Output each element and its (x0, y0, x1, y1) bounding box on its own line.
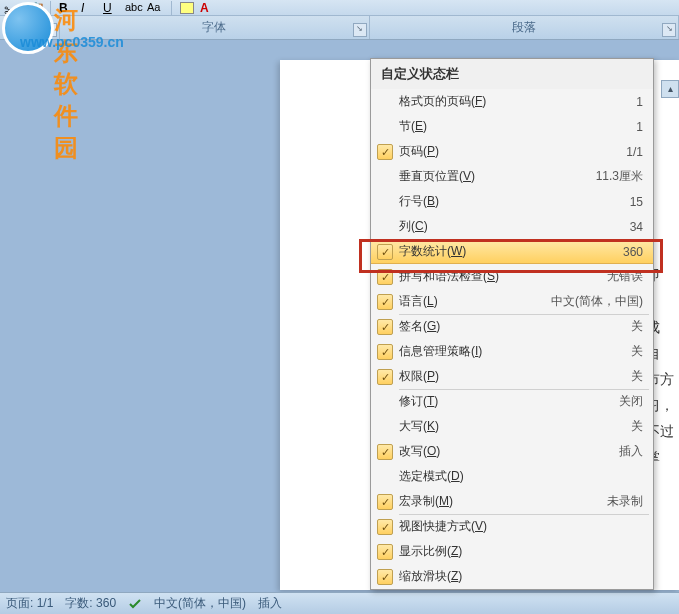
group-label-paragraph: 段落 (512, 20, 536, 34)
case-icon[interactable]: Aa (147, 1, 163, 15)
menu-item[interactable]: ✓缩放滑块(Z) (371, 564, 653, 589)
underline-icon[interactable]: U (103, 1, 119, 15)
menu-item[interactable]: 行号(B)15 (371, 189, 653, 214)
bold-icon[interactable]: B (59, 1, 75, 15)
ribbon-toolbar: ✂ 📋 B I U abc Aa A (0, 0, 679, 16)
menu-item[interactable]: 大写(K)关 (371, 414, 653, 439)
separator (171, 1, 172, 15)
separator (50, 1, 51, 15)
menu-item[interactable]: ✓签名(G)关 (371, 314, 653, 339)
dialog-launcher-icon[interactable]: ↘ (353, 23, 367, 37)
menu-item-label: 宏录制(M) (399, 493, 607, 510)
menu-item[interactable]: ✓语言(L)中文(简体，中国) (371, 289, 653, 314)
checkmark-icon: ✓ (371, 244, 399, 260)
status-bar: 页面: 1/1 字数: 360 中文(简体，中国) 插入 (0, 592, 679, 614)
menu-item[interactable]: ✓改写(O)插入 (371, 439, 653, 464)
ribbon-group-font: 字体 ↘ (60, 16, 370, 39)
checkmark-icon: ✓ (371, 444, 399, 460)
checkmark-icon: ✓ (371, 494, 399, 510)
menu-item[interactable]: 修订(T)关闭 (371, 389, 653, 414)
menu-item-label: 改写(O) (399, 443, 619, 460)
menu-item[interactable]: 垂直页位置(V)11.3厘米 (371, 164, 653, 189)
menu-item-value: 1 (636, 95, 653, 109)
menu-item-label: 权限(P) (399, 368, 631, 385)
checkmark-icon: ✓ (371, 569, 399, 585)
status-insert-label: 插入 (258, 595, 282, 612)
font-color-icon[interactable]: A (200, 1, 216, 15)
checkmark-icon: ✓ (371, 519, 399, 535)
status-page-label: 页面: 1/1 (6, 595, 53, 612)
menu-item-label: 信息管理策略(I) (399, 343, 631, 360)
checkmark-icon: ✓ (371, 269, 399, 285)
menu-item[interactable]: 选定模式(D) (371, 464, 653, 489)
menu-item-label: 格式页的页码(F) (399, 93, 636, 110)
menu-item[interactable]: ✓拼写和语法检查(S)无错误 (371, 264, 653, 289)
menu-item[interactable]: ✓权限(P)关 (371, 364, 653, 389)
menu-item-label: 视图快捷方式(V) (399, 518, 643, 535)
ribbon-group-paragraph: 段落 ↘ (370, 16, 680, 39)
menu-items-list: 格式页的页码(F)1节(E)1✓页码(P)1/1垂直页位置(V)11.3厘米行号… (371, 89, 653, 589)
menu-item-label: 签名(G) (399, 318, 631, 335)
status-insert[interactable]: 插入 (258, 595, 282, 612)
menu-item-label: 拼写和语法检查(S) (399, 268, 607, 285)
menu-item-value: 1/1 (626, 145, 653, 159)
dialog-launcher-icon[interactable]: ↘ (662, 23, 676, 37)
menu-item-value: 11.3厘米 (596, 168, 653, 185)
copy-icon[interactable]: 📋 (26, 1, 42, 15)
checkmark-icon: ✓ (371, 319, 399, 335)
menu-item-label: 列(C) (399, 218, 630, 235)
menu-item-label: 节(E) (399, 118, 636, 135)
status-wordcount[interactable]: 字数: 360 (65, 595, 116, 612)
checkmark-icon: ✓ (371, 369, 399, 385)
menu-item[interactable]: ✓页码(P)1/1 (371, 139, 653, 164)
menu-item[interactable]: 列(C)34 (371, 214, 653, 239)
dialog-launcher-icon[interactable]: ↘ (43, 23, 57, 37)
statusbar-context-menu: 自定义状态栏 格式页的页码(F)1节(E)1✓页码(P)1/1垂直页位置(V)1… (370, 58, 654, 590)
menu-item-value: 未录制 (607, 493, 653, 510)
scissors-icon[interactable]: ✂ (4, 1, 20, 15)
menu-item[interactable]: ✓显示比例(Z) (371, 539, 653, 564)
menu-item[interactable]: ✓信息管理策略(I)关 (371, 339, 653, 364)
menu-title: 自定义状态栏 (371, 59, 653, 89)
ribbon-groups: ↘ 字体 ↘ 段落 ↘ (0, 16, 679, 40)
menu-item-value: 插入 (619, 443, 653, 460)
menu-item-value: 中文(简体，中国) (551, 293, 653, 310)
menu-item-label: 显示比例(Z) (399, 543, 643, 560)
menu-item-label: 选定模式(D) (399, 468, 643, 485)
menu-item-value: 关 (631, 343, 653, 360)
checkmark-icon: ✓ (371, 344, 399, 360)
menu-item[interactable]: ✓宏录制(M)未录制 (371, 489, 653, 514)
menu-item-value: 1 (636, 120, 653, 134)
status-words-label: 字数: 360 (65, 595, 116, 612)
checkmark-icon: ✓ (371, 294, 399, 310)
menu-item[interactable]: 格式页的页码(F)1 (371, 89, 653, 114)
menu-item-label: 大写(K) (399, 418, 631, 435)
menu-item[interactable]: ✓字数统计(W)360 (371, 239, 653, 264)
menu-item-value: 无错误 (607, 268, 653, 285)
menu-item-value: 34 (630, 220, 653, 234)
menu-item[interactable]: 节(E)1 (371, 114, 653, 139)
status-language-label: 中文(简体，中国) (154, 595, 246, 612)
checkmark-icon: ✓ (371, 144, 399, 160)
scroll-up-button[interactable]: ▴ (661, 80, 679, 98)
highlight-icon[interactable] (180, 2, 194, 14)
spellcheck-icon (128, 597, 142, 611)
menu-item[interactable]: ✓视图快捷方式(V) (371, 514, 653, 539)
status-page[interactable]: 页面: 1/1 (6, 595, 53, 612)
menu-item-label: 字数统计(W) (399, 243, 623, 260)
strike-icon[interactable]: abc (125, 1, 141, 15)
italic-icon[interactable]: I (81, 1, 97, 15)
menu-item-label: 页码(P) (399, 143, 626, 160)
menu-item-label: 修订(T) (399, 393, 619, 410)
menu-item-value: 15 (630, 195, 653, 209)
menu-item-value: 360 (623, 245, 653, 259)
status-language[interactable]: 中文(简体，中国) (154, 595, 246, 612)
ribbon-group-clipboard: ↘ (0, 16, 60, 39)
menu-item-value: 关 (631, 418, 653, 435)
menu-item-label: 缩放滑块(Z) (399, 568, 643, 585)
menu-item-value: 关 (631, 368, 653, 385)
menu-item-label: 行号(B) (399, 193, 630, 210)
menu-item-label: 垂直页位置(V) (399, 168, 596, 185)
status-spellcheck[interactable] (128, 597, 142, 611)
menu-item-label: 语言(L) (399, 293, 551, 310)
